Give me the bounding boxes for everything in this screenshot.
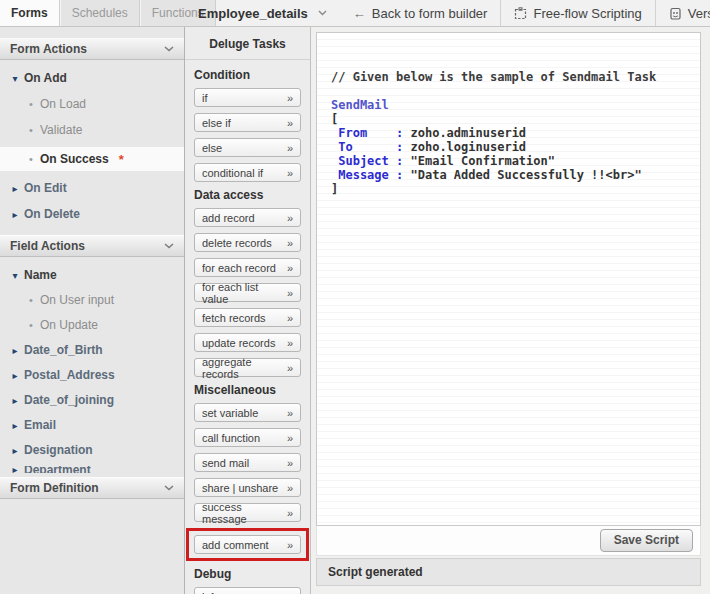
double-arrow-icon: »: [287, 539, 293, 551]
form-definition-title: Form Definition: [10, 481, 99, 495]
top-bar: Forms Schedules Functions Employee_detai…: [0, 0, 710, 27]
triangle-down-icon: ▾: [10, 73, 20, 84]
script-editor-panel: // Given below is the sample of Sendmail…: [311, 27, 710, 594]
sidebar-item-on-success[interactable]: •On Success*: [0, 147, 184, 171]
triangle-right-icon: ▸: [10, 466, 20, 473]
sidebar-item-department[interactable]: ▸Department: [0, 466, 184, 473]
code-token-plain: "Data Added Successfully !!<br>": [410, 168, 641, 182]
double-arrow-icon: »: [287, 167, 293, 179]
back-to-form-builder-link[interactable]: ← Back to form builder: [340, 0, 501, 26]
code-token-plain: "Email Confirmation": [410, 154, 555, 168]
task-group-title-miscellaneous: Miscellaneous: [194, 383, 301, 397]
task-button-label: info: [202, 591, 220, 594]
freeflow-scripting-label: Free-flow Scripting: [533, 6, 641, 21]
triangle-down-icon: ▾: [10, 270, 20, 281]
code-token-plain: [: [331, 112, 338, 126]
sidebar-item-date-of-joining[interactable]: ▸Date_of_joining: [0, 391, 184, 409]
task-button-success-message[interactable]: success message»: [194, 503, 301, 522]
code-token-plain: zoho.loginuserid: [410, 140, 526, 154]
task-button-else-if[interactable]: else if»: [194, 113, 301, 132]
task-button-info[interactable]: info»: [194, 587, 301, 594]
double-arrow-icon: »: [287, 287, 293, 299]
version-button[interactable]: Version: [656, 0, 710, 26]
task-button-share-unshare[interactable]: share | unshare»: [194, 478, 301, 497]
sidebar-item-on-add[interactable]: ▾On Add: [0, 69, 184, 87]
script-editor[interactable]: // Given below is the sample of Sendmail…: [316, 32, 701, 526]
task-button-add-record[interactable]: add record»: [194, 208, 301, 227]
sidebar-item-label: Designation: [24, 443, 93, 457]
task-button-label: for each record: [202, 262, 276, 274]
task-button-label: for each list value: [202, 281, 287, 305]
sidebar-item-name[interactable]: ▾Name: [0, 266, 184, 284]
sidebar-item-label: Postal_Address: [24, 368, 115, 382]
actions-sidebar: Form Actions ▾On Add•On Load•Validate•On…: [0, 27, 185, 594]
sidebar-item-label: Validate: [40, 123, 82, 137]
double-arrow-icon: »: [287, 482, 293, 494]
code-token-comment: // Given below is the sample of Sendmail…: [331, 70, 656, 84]
script-generated-bar[interactable]: Script generated: [316, 558, 701, 586]
form-definition-header[interactable]: Form Definition: [0, 477, 184, 499]
form-selector-dropdown[interactable]: Employee_details: [185, 0, 340, 26]
code-line: From : zoho.adminuserid: [331, 126, 696, 140]
sidebar-item-label: On Update: [40, 318, 98, 332]
task-button-label: update records: [202, 337, 275, 349]
task-button-call-function[interactable]: call function»: [194, 428, 301, 447]
sidebar-item-postal-address[interactable]: ▸Postal_Address: [0, 366, 184, 384]
task-button-label: add comment: [202, 539, 269, 551]
tab-forms[interactable]: Forms: [0, 0, 60, 26]
task-button-update-records[interactable]: update records»: [194, 333, 301, 352]
task-button-for-each-list-value[interactable]: for each list value»: [194, 283, 301, 302]
field-actions-title: Field Actions: [10, 239, 85, 253]
code-token-plain: zoho.adminuserid: [410, 126, 526, 140]
sidebar-item-date-of-birth[interactable]: ▸Date_of_Birth: [0, 341, 184, 359]
double-arrow-icon: »: [287, 362, 293, 374]
sidebar-item-on-load[interactable]: •On Load: [0, 95, 184, 113]
task-button-label: set variable: [202, 407, 258, 419]
task-button-label: conditional if: [202, 167, 263, 179]
code-token-key: To :: [331, 140, 410, 154]
task-button-label: delete records: [202, 237, 272, 249]
sidebar-item-email[interactable]: ▸Email: [0, 416, 184, 434]
sidebar-item-validate[interactable]: •Validate: [0, 121, 184, 139]
double-arrow-icon: »: [287, 212, 293, 224]
code-token-key: Subject :: [331, 154, 410, 168]
back-arrow-icon: ←: [353, 6, 366, 21]
save-script-button[interactable]: Save Script: [600, 529, 693, 552]
sidebar-empty-space: [0, 499, 184, 594]
task-button-else[interactable]: else»: [194, 138, 301, 157]
task-button-delete-records[interactable]: delete records»: [194, 233, 301, 252]
task-button-label: share | unshare: [202, 482, 278, 494]
sidebar-item-on-update[interactable]: •On Update: [0, 316, 184, 334]
deluge-tasks-title: Deluge Tasks: [185, 27, 310, 60]
bullet-icon: •: [26, 124, 36, 136]
task-button-add-comment[interactable]: add comment»: [194, 535, 301, 554]
sidebar-item-on-delete[interactable]: ▸On Delete: [0, 205, 184, 223]
task-button-for-each-record[interactable]: for each record»: [194, 258, 301, 277]
double-arrow-icon: »: [287, 457, 293, 469]
task-button-aggregate-records[interactable]: aggregate records»: [194, 358, 301, 377]
code-line: To : zoho.loginuserid: [331, 140, 696, 154]
task-button-fetch-records[interactable]: fetch records»: [194, 308, 301, 327]
triangle-right-icon: ▸: [10, 445, 20, 456]
double-arrow-icon: »: [287, 591, 293, 594]
task-button-set-variable[interactable]: set variable»: [194, 403, 301, 422]
sidebar-item-on-edit[interactable]: ▸On Edit: [0, 179, 184, 197]
form-actions-header[interactable]: Form Actions: [0, 38, 184, 60]
task-button-send-mail[interactable]: send mail»: [194, 453, 301, 472]
task-button-label: aggregate records: [202, 356, 287, 380]
form-actions-title: Form Actions: [10, 42, 87, 56]
form-selector-label: Employee_details: [198, 6, 308, 21]
sidebar-item-on-user-input[interactable]: •On User input: [0, 291, 184, 309]
task-button-if[interactable]: if»: [194, 88, 301, 107]
code-token-key: Message :: [331, 168, 410, 182]
sidebar-item-label: Name: [24, 268, 57, 282]
field-actions-header[interactable]: Field Actions: [0, 235, 184, 257]
back-link-label: Back to form builder: [372, 6, 488, 21]
task-button-conditional-if[interactable]: conditional if»: [194, 163, 301, 182]
sidebar-item-designation[interactable]: ▸Designation: [0, 441, 184, 459]
tab-schedules[interactable]: Schedules: [60, 0, 140, 26]
form-actions-tree: ▾On Add•On Load•Validate•On Success*▸On …: [0, 60, 184, 235]
toolbar: Employee_details ← Back to form builder …: [185, 0, 710, 26]
double-arrow-icon: »: [287, 407, 293, 419]
freeflow-scripting-button[interactable]: Free-flow Scripting: [501, 0, 654, 26]
